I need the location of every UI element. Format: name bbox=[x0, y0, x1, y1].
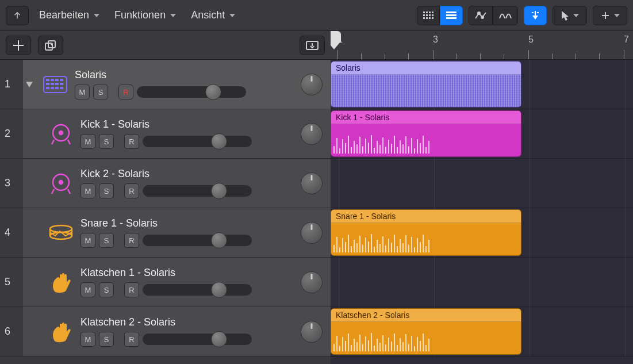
region[interactable]: Kick 1 - Solaris bbox=[331, 110, 521, 157]
pointer-tool-button[interactable] bbox=[553, 6, 587, 25]
solo-button[interactable]: S bbox=[99, 332, 114, 347]
region[interactable]: Snare 1 - Solaris bbox=[331, 209, 521, 256]
pan-knob[interactable] bbox=[301, 321, 323, 343]
snare-icon bbox=[47, 219, 75, 247]
svg-rect-34 bbox=[60, 83, 63, 85]
track-header[interactable]: Klatschen 1 - Solaris M S R bbox=[23, 258, 331, 307]
catch-playhead-button[interactable] bbox=[524, 6, 547, 25]
track-header[interactable]: Kick 1 - Solaris M S R bbox=[23, 109, 331, 159]
solo-button[interactable]: S bbox=[93, 85, 108, 99]
volume-slider[interactable] bbox=[137, 85, 246, 99]
automation-button[interactable] bbox=[469, 6, 493, 25]
pan-knob[interactable] bbox=[301, 222, 323, 244]
track-number[interactable]: 3 bbox=[0, 159, 23, 208]
secondary-tool-button[interactable] bbox=[593, 6, 627, 25]
track-header[interactable]: Klatschen 2 - Solaris M S R bbox=[23, 307, 331, 357]
mute-button[interactable]: M bbox=[80, 332, 95, 347]
track-controls: M S R bbox=[80, 332, 295, 347]
grid-view-button[interactable] bbox=[417, 6, 440, 25]
record-enable-button[interactable]: R bbox=[124, 282, 139, 297]
clap-icon bbox=[47, 269, 75, 296]
svg-marker-25 bbox=[26, 82, 33, 87]
track-header[interactable]: Snare 1 - Solaris M S R bbox=[23, 208, 331, 258]
pan-knob[interactable] bbox=[301, 271, 323, 293]
track-name-block: Snare 1 - Solaris M S R bbox=[80, 217, 295, 248]
record-enable-button[interactable]: R bbox=[124, 134, 139, 149]
region-row[interactable]: Klatschen 2 - Solaris bbox=[331, 307, 633, 357]
arrange-area[interactable]: 1357 Solaris Kick 1 - Solaris Snare 1 - … bbox=[331, 31, 633, 364]
regions-area[interactable]: Solaris Kick 1 - Solaris Snare 1 - Solar… bbox=[331, 60, 633, 357]
solo-button[interactable]: S bbox=[99, 183, 114, 198]
region-row[interactable]: Solaris bbox=[331, 60, 633, 109]
svg-rect-27 bbox=[46, 79, 49, 81]
record-enable-button[interactable]: R bbox=[118, 85, 133, 99]
track-controls: M S R bbox=[80, 183, 295, 198]
svg-rect-37 bbox=[55, 87, 59, 89]
playhead[interactable] bbox=[331, 31, 341, 43]
region-row[interactable] bbox=[331, 159, 633, 208]
pan-knob[interactable] bbox=[301, 74, 323, 95]
track-list-toolbar bbox=[0, 31, 331, 60]
timeline-ruler[interactable]: 1357 bbox=[331, 31, 633, 60]
region-body bbox=[331, 223, 521, 256]
track-number[interactable]: 1 bbox=[0, 60, 23, 109]
record-enable-button[interactable]: R bbox=[124, 233, 139, 248]
ruler-marker: 3 bbox=[433, 35, 438, 45]
clap-icon bbox=[47, 318, 75, 346]
solo-button[interactable]: S bbox=[99, 233, 114, 248]
record-enable-button[interactable]: R bbox=[124, 183, 139, 198]
svg-rect-11 bbox=[432, 17, 433, 19]
region-body bbox=[331, 124, 521, 157]
solo-button[interactable]: S bbox=[99, 282, 114, 297]
list-view-button[interactable] bbox=[440, 6, 463, 25]
add-track-button[interactable] bbox=[6, 36, 31, 55]
mute-button[interactable]: M bbox=[80, 134, 95, 149]
volume-slider[interactable] bbox=[143, 332, 252, 347]
mute-button[interactable]: M bbox=[80, 282, 95, 297]
svg-rect-13 bbox=[446, 14, 456, 16]
region[interactable]: Solaris bbox=[331, 61, 521, 108]
chevron-down-icon bbox=[573, 14, 579, 17]
region[interactable]: Klatschen 2 - Solaris bbox=[331, 308, 521, 355]
track-number[interactable]: 4 bbox=[0, 208, 23, 258]
flex-button[interactable] bbox=[493, 6, 518, 25]
region-label: Solaris bbox=[331, 62, 521, 75]
svg-rect-12 bbox=[446, 12, 456, 13]
mute-button[interactable]: M bbox=[75, 85, 90, 99]
svg-rect-30 bbox=[60, 79, 63, 81]
menu-functions[interactable]: Funktionen bbox=[110, 6, 181, 25]
pan-knob[interactable] bbox=[301, 123, 323, 145]
track-header[interactable]: Kick 2 - Solaris M S R bbox=[23, 159, 331, 208]
solo-button[interactable]: S bbox=[99, 134, 114, 149]
volume-slider[interactable] bbox=[143, 183, 252, 198]
pan-knob[interactable] bbox=[301, 173, 323, 194]
track-number[interactable]: 2 bbox=[0, 109, 23, 159]
track-name: Kick 2 - Solaris bbox=[80, 168, 295, 180]
region-row[interactable]: Kick 1 - Solaris bbox=[331, 109, 633, 159]
svg-rect-29 bbox=[55, 79, 59, 81]
chevron-down-icon bbox=[614, 14, 620, 17]
global-tracks-button[interactable] bbox=[300, 36, 325, 55]
duplicate-track-button[interactable] bbox=[38, 36, 63, 55]
svg-rect-1 bbox=[426, 12, 428, 13]
back-button[interactable] bbox=[6, 6, 29, 25]
track-name-block: Klatschen 2 - Solaris M S R bbox=[80, 316, 295, 347]
track-header[interactable]: Solaris M S R bbox=[23, 60, 331, 109]
mute-button[interactable]: M bbox=[80, 233, 95, 248]
disclosure-triangle[interactable] bbox=[23, 80, 36, 89]
svg-point-16 bbox=[481, 16, 484, 18]
toolbar: Bearbeiten Funktionen Ansicht bbox=[0, 0, 633, 31]
record-enable-button[interactable]: R bbox=[124, 332, 139, 347]
mute-button[interactable]: M bbox=[80, 183, 95, 198]
svg-rect-33 bbox=[55, 83, 59, 85]
track-number[interactable]: 6 bbox=[0, 307, 23, 357]
volume-slider[interactable] bbox=[143, 233, 252, 248]
track-number[interactable]: 5 bbox=[0, 258, 23, 307]
ruler-marker: 5 bbox=[528, 35, 534, 45]
region-row[interactable]: Snare 1 - Solaris bbox=[331, 208, 633, 258]
region-row[interactable] bbox=[331, 258, 633, 307]
volume-slider[interactable] bbox=[143, 134, 252, 149]
volume-slider[interactable] bbox=[143, 282, 252, 297]
menu-edit[interactable]: Bearbeiten bbox=[34, 6, 104, 25]
menu-view[interactable]: Ansicht bbox=[186, 6, 240, 25]
